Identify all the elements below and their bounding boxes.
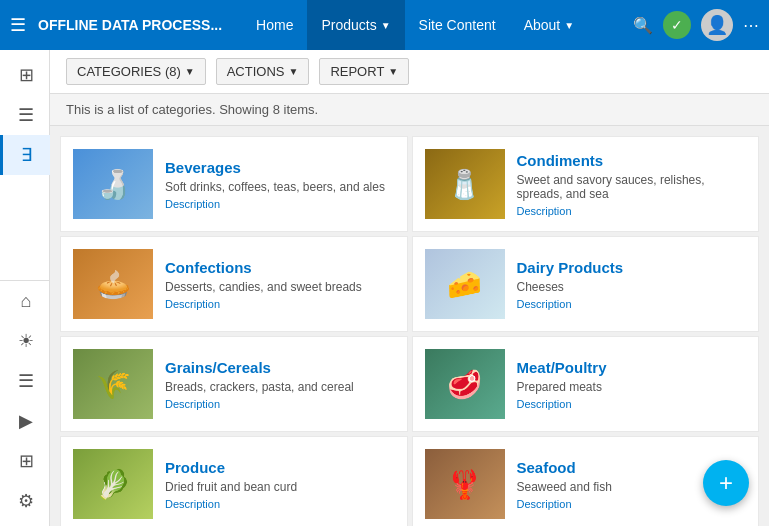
category-item-condiments[interactable]: 🧂 Condiments Sweet and savory sauces, re… [412, 136, 760, 232]
app-title: OFFLINE DATA PROCESS... [38, 17, 222, 33]
grid-container: 🍶 Beverages Soft drinks, coffees, teas, … [50, 126, 769, 526]
categories-button[interactable]: CATEGORIES (8) ▼ [66, 58, 206, 85]
category-desc-meat: Prepared meats [517, 380, 747, 394]
category-tag-dairy: Description [517, 298, 747, 310]
category-tag-meat: Description [517, 398, 747, 410]
category-desc-grains: Breads, crackers, pasta, and cereal [165, 380, 395, 394]
category-info-dairy: Dairy Products Cheeses Description [517, 259, 747, 310]
category-tag-beverages: Description [165, 198, 395, 210]
category-item-dairy[interactable]: 🧀 Dairy Products Cheeses Description [412, 236, 760, 332]
category-image-meat: 🥩 [425, 349, 505, 419]
category-info-grains: Grains/Cereals Breads, crackers, pasta, … [165, 359, 395, 410]
report-button[interactable]: REPORT ▼ [319, 58, 409, 85]
category-desc-confections: Desserts, candies, and sweet breads [165, 280, 395, 294]
report-caret-icon: ▼ [388, 66, 398, 77]
category-info-beverages: Beverages Soft drinks, coffees, teas, be… [165, 159, 395, 210]
nav-products[interactable]: Products ▼ [307, 0, 404, 50]
category-title-grains: Grains/Cereals [165, 359, 395, 376]
info-bar: This is a list of categories. Showing 8 … [50, 94, 769, 126]
category-item-beverages[interactable]: 🍶 Beverages Soft drinks, coffees, teas, … [60, 136, 408, 232]
actions-button[interactable]: ACTIONS ▼ [216, 58, 310, 85]
category-desc-produce: Dried fruit and bean curd [165, 480, 395, 494]
sidebar-play-icon[interactable]: ▶ [0, 401, 50, 441]
nav-site-content[interactable]: Site Content [405, 0, 510, 50]
top-navigation: ☰ OFFLINE DATA PROCESS... Home Products … [0, 0, 769, 50]
category-item-grains[interactable]: 🌾 Grains/Cereals Breads, crackers, pasta… [60, 336, 408, 432]
category-image-produce: 🥬 [73, 449, 153, 519]
sidebar-apps-icon[interactable]: ⊞ [0, 441, 50, 481]
actions-caret-icon: ▼ [288, 66, 298, 77]
category-tag-confections: Description [165, 298, 395, 310]
main-content: CATEGORIES (8) ▼ ACTIONS ▼ REPORT ▼ This… [50, 50, 769, 526]
nav-home[interactable]: Home [242, 0, 307, 50]
category-title-meat: Meat/Poultry [517, 359, 747, 376]
category-item-confections[interactable]: 🥧 Confections Desserts, candies, and swe… [60, 236, 408, 332]
category-image-condiments: 🧂 [425, 149, 505, 219]
sidebar-grid-icon[interactable]: ⊞ [0, 55, 50, 95]
add-button[interactable]: + [703, 460, 749, 506]
search-icon[interactable]: 🔍 [633, 16, 653, 35]
category-tag-grains: Description [165, 398, 395, 410]
category-item-produce[interactable]: 🥬 Produce Dried fruit and bean curd Desc… [60, 436, 408, 526]
ellipsis-icon[interactable]: ⋯ [743, 16, 759, 35]
category-image-seafood: 🦞 [425, 449, 505, 519]
category-desc-beverages: Soft drinks, coffees, teas, beers, and a… [165, 180, 395, 194]
check-icon[interactable]: ✓ [663, 11, 691, 39]
left-sidebar: ⊞ ☰ ∃ ⌂ ☀ ☰ ▶ ⊞ ⚙ [0, 50, 50, 526]
toolbar: CATEGORIES (8) ▼ ACTIONS ▼ REPORT ▼ [50, 50, 769, 94]
category-title-dairy: Dairy Products [517, 259, 747, 276]
category-image-grains: 🌾 [73, 349, 153, 419]
category-image-confections: 🥧 [73, 249, 153, 319]
sidebar-tiles-icon[interactable]: ∃ [0, 135, 50, 175]
nav-right-icons: 🔍 ✓ 👤 ⋯ [633, 9, 759, 41]
sidebar-settings-icon[interactable]: ⚙ [0, 481, 50, 521]
nav-about[interactable]: About ▼ [510, 0, 589, 50]
categories-caret-icon: ▼ [185, 66, 195, 77]
sidebar-flame-icon[interactable]: ☀ [0, 321, 50, 361]
category-tag-condiments: Description [517, 205, 747, 217]
category-desc-dairy: Cheeses [517, 280, 747, 294]
menu-icon[interactable]: ☰ [10, 14, 26, 36]
category-info-produce: Produce Dried fruit and bean curd Descri… [165, 459, 395, 510]
categories-grid: 🍶 Beverages Soft drinks, coffees, teas, … [60, 136, 759, 526]
products-caret-icon: ▼ [381, 20, 391, 31]
about-caret-icon: ▼ [564, 20, 574, 31]
sidebar-list-icon[interactable]: ☰ [0, 95, 50, 135]
category-info-confections: Confections Desserts, candies, and sweet… [165, 259, 395, 310]
sidebar-home-icon[interactable]: ⌂ [0, 281, 50, 321]
category-tag-produce: Description [165, 498, 395, 510]
sidebar-layers-icon[interactable]: ☰ [0, 361, 50, 401]
category-title-produce: Produce [165, 459, 395, 476]
category-info-condiments: Condiments Sweet and savory sauces, reli… [517, 152, 747, 217]
category-image-dairy: 🧀 [425, 249, 505, 319]
category-title-confections: Confections [165, 259, 395, 276]
category-title-beverages: Beverages [165, 159, 395, 176]
category-title-condiments: Condiments [517, 152, 747, 169]
nav-links: Home Products ▼ Site Content About ▼ [242, 0, 633, 50]
category-info-meat: Meat/Poultry Prepared meats Description [517, 359, 747, 410]
category-image-beverages: 🍶 [73, 149, 153, 219]
category-item-meat[interactable]: 🥩 Meat/Poultry Prepared meats Descriptio… [412, 336, 760, 432]
category-desc-condiments: Sweet and savory sauces, relishes, sprea… [517, 173, 747, 201]
avatar[interactable]: 👤 [701, 9, 733, 41]
layout: ⊞ ☰ ∃ ⌂ ☀ ☰ ▶ ⊞ ⚙ CATEGORIES (8) ▼ ACTIO… [0, 50, 769, 526]
sidebar-bottom: ⌂ ☀ ☰ ▶ ⊞ ⚙ [0, 280, 49, 526]
